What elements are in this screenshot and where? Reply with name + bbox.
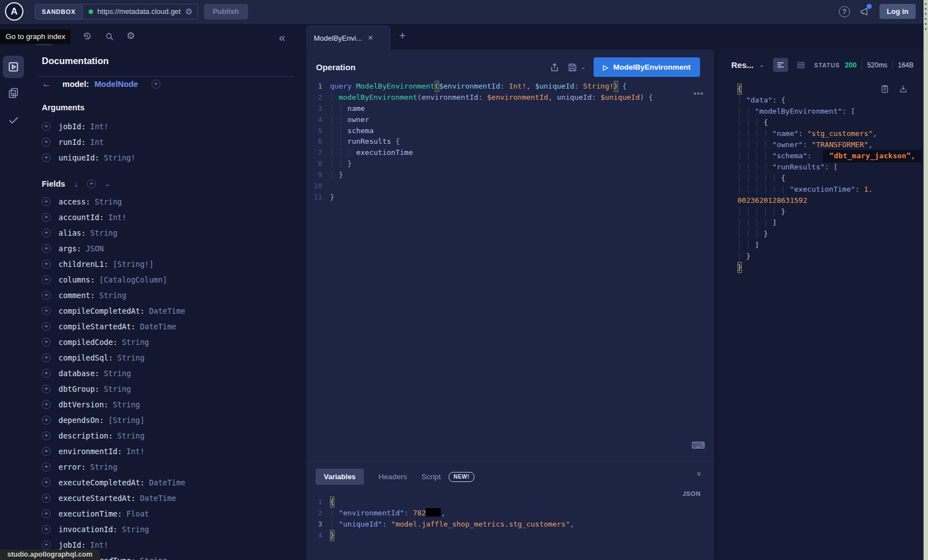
collapse-panel-icon[interactable]: » <box>694 471 704 476</box>
new-tab-button[interactable]: + <box>399 29 406 42</box>
code-line[interactable]: │ │ │ │ "owner": "TRANSFORMER", <box>737 139 918 150</box>
field-type[interactable]: DateTime <box>149 306 185 315</box>
explorer-nav-button[interactable] <box>3 56 24 78</box>
code-line[interactable]: 9│ } <box>307 169 714 181</box>
code-line[interactable]: } <box>737 262 918 273</box>
doc-field-row[interactable]: +invocationId:String <box>27 522 307 537</box>
tab-operation[interactable]: ModelByEnvi... ✕ <box>307 26 390 50</box>
code-line[interactable]: 11} <box>307 192 714 203</box>
code-line[interactable]: 2│ "environmentId": 782, <box>307 508 714 519</box>
field-type[interactable]: String! <box>104 153 135 162</box>
field-type[interactable]: String <box>122 338 149 347</box>
field-type[interactable]: Int! <box>90 122 109 131</box>
variables-editor[interactable]: 1{2│ "environmentId": 782,3│ "uniqueId":… <box>307 496 714 541</box>
add-all-fields-button[interactable]: + <box>87 179 96 188</box>
doc-field-row[interactable]: +columns:[CatalogColumn] <box>27 272 307 288</box>
view-table-button[interactable] <box>794 58 809 72</box>
doc-field-row[interactable]: +compiledSql:String <box>27 350 307 366</box>
announcements-button[interactable] <box>859 6 870 17</box>
field-type[interactable]: String <box>113 400 140 409</box>
chevron-down-icon[interactable]: ⌄ <box>105 181 110 188</box>
field-type[interactable]: Int <box>90 138 104 147</box>
add-to-query-button[interactable]: + <box>42 478 51 487</box>
code-line[interactable]: 0023620128631592 <box>737 195 918 206</box>
doc-field-row[interactable]: +childrenL1:[String!] <box>27 256 307 272</box>
field-type[interactable]: String <box>104 369 131 378</box>
code-line[interactable]: │ │ │ │ │ { <box>737 173 918 184</box>
add-to-query-button[interactable]: + <box>42 540 51 549</box>
code-line[interactable]: │ │ │ │ ] <box>737 217 918 228</box>
publish-button[interactable]: Publish <box>204 4 248 20</box>
response-json-view[interactable]: {│ "data": {│ │ "modelByEnvironment": [│… <box>737 84 918 273</box>
add-to-query-button[interactable]: + <box>42 338 51 347</box>
add-to-query-button[interactable]: + <box>42 228 51 237</box>
code-line[interactable]: 6│ │ runResults { <box>307 136 714 147</box>
checks-nav-button[interactable] <box>0 114 27 126</box>
doc-field-row[interactable]: +executeCompletedAt:DateTime <box>27 475 307 490</box>
field-type[interactable]: Int! <box>127 447 145 456</box>
add-to-query-button[interactable]: + <box>42 244 51 253</box>
add-to-query-button[interactable]: + <box>42 153 51 162</box>
field-type[interactable]: String <box>90 462 118 471</box>
save-icon[interactable] <box>567 62 577 72</box>
field-type[interactable]: DateTime <box>140 494 176 503</box>
add-to-query-button[interactable]: + <box>42 462 51 471</box>
apollo-logo[interactable]: A <box>5 2 23 21</box>
field-type[interactable]: DateTime <box>140 322 176 331</box>
doc-field-row[interactable]: +runId:Int <box>27 134 307 150</box>
code-line[interactable]: │ } <box>737 251 918 262</box>
doc-field-row[interactable]: +access:String <box>27 194 307 210</box>
back-icon[interactable]: ← <box>42 79 51 90</box>
add-to-query-button[interactable]: + <box>42 260 51 269</box>
doc-field-row[interactable]: +compileCompletedAt:DateTime <box>27 303 307 319</box>
field-type[interactable]: String <box>99 291 127 300</box>
doc-field-row[interactable]: +description:String <box>27 428 307 444</box>
field-type[interactable]: JSON <box>86 244 104 253</box>
add-to-query-button[interactable]: + <box>42 138 51 147</box>
code-line[interactable]: │ │ │ │ "name": "stg_customers", <box>737 128 918 139</box>
add-to-query-button[interactable]: + <box>42 213 51 222</box>
field-type[interactable]: DateTime <box>149 478 185 487</box>
doc-field-row[interactable]: +environmentId:Int! <box>27 444 307 459</box>
field-type[interactable]: Int! <box>90 540 109 549</box>
add-to-query-button[interactable]: + <box>42 400 51 409</box>
code-line[interactable]: │ │ │ │ "runResults": [ <box>737 162 918 173</box>
window-scrollbar[interactable] <box>924 0 928 560</box>
doc-field-row[interactable]: +compiledCode:String <box>27 334 307 350</box>
doc-field-row[interactable]: +comment:String <box>27 288 307 303</box>
field-type[interactable]: String <box>104 384 131 393</box>
collapse-sidebar-button[interactable]: « <box>279 31 285 44</box>
code-line[interactable]: 1query ModelByEnvironment($environmentId… <box>307 81 714 92</box>
endpoint-settings-icon[interactable]: ⚙ <box>185 7 192 17</box>
code-line[interactable]: 1{ <box>307 496 714 508</box>
code-line[interactable]: 10 <box>307 181 714 192</box>
help-icon[interactable]: ? <box>839 6 850 17</box>
add-to-query-button[interactable]: + <box>42 494 51 503</box>
add-to-query-button[interactable]: + <box>42 122 51 131</box>
doc-field-row[interactable]: +compileStartedAt:DateTime <box>27 319 307 334</box>
code-line[interactable]: │ │ │ │ │ } <box>737 206 918 217</box>
field-type[interactable]: [CatalogColumn] <box>99 275 167 284</box>
doc-field-row[interactable]: +dbtGroup:String <box>27 381 307 397</box>
code-line[interactable]: │ "data": { <box>737 95 918 106</box>
run-button[interactable]: ▷ ModelByEnvironment <box>594 57 700 77</box>
add-to-query-button[interactable]: + <box>42 322 51 331</box>
doc-field-row[interactable]: +executionTime:Float <box>27 506 307 522</box>
field-type[interactable]: String <box>90 228 118 237</box>
field-type[interactable]: String <box>122 525 149 534</box>
code-line[interactable]: 4│ │ owner <box>307 114 714 125</box>
add-to-query-button[interactable]: + <box>42 353 51 362</box>
code-line[interactable]: 3│ "uniqueId": "model.jaffle_shop_metric… <box>307 519 714 530</box>
doc-field-row[interactable]: +args:JSON <box>27 241 307 256</box>
add-to-query-button[interactable]: + <box>42 416 51 425</box>
code-line[interactable]: 4} <box>307 530 714 541</box>
settings-gear-icon[interactable]: ⚙ <box>127 30 135 42</box>
keyboard-shortcuts-icon[interactable]: ⌨ <box>691 440 705 451</box>
add-to-query-button[interactable]: + <box>42 384 51 393</box>
doc-field-row[interactable]: +dependsOn:[String] <box>27 412 307 428</box>
endpoint-url-text[interactable]: https://metadata.cloud.get <box>98 7 181 16</box>
field-type[interactable]: Int! <box>108 213 127 222</box>
code-line[interactable]: │ │ "modelByEnvironment": [ <box>737 106 918 117</box>
add-to-query-button[interactable]: + <box>42 525 51 534</box>
add-field-button[interactable]: + <box>152 80 161 89</box>
